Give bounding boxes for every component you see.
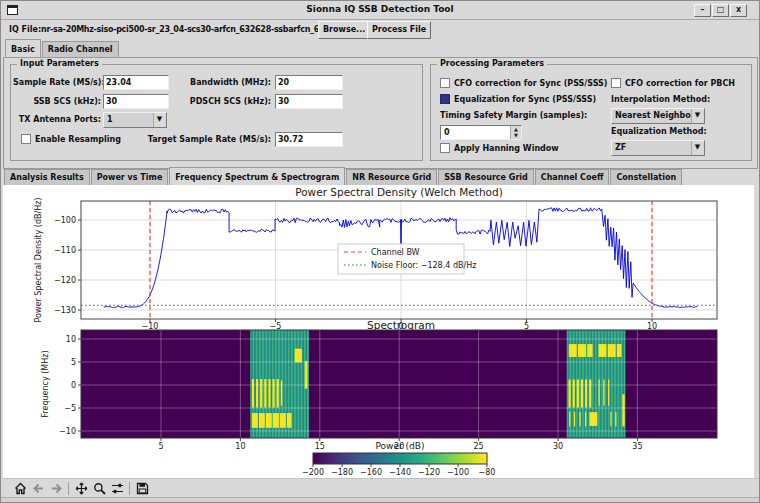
equalization-method-combobox[interactable]: ZF ▼: [611, 140, 705, 156]
checkbox-indicator: [440, 94, 450, 104]
cfo-sync-checkbox[interactable]: CFO correction for Sync (PSS/SSS): [440, 78, 608, 88]
tx-ports-value: 1: [107, 115, 113, 124]
close-button[interactable]: x: [730, 4, 747, 17]
ssb-scs-label: SSB SCS (kHz):: [13, 97, 101, 106]
tab-channel-coeff[interactable]: Channel Coeff: [535, 169, 610, 185]
save-button[interactable]: [133, 481, 151, 497]
svg-text:−5: −5: [64, 404, 76, 413]
checkbox-indicator: [21, 134, 31, 144]
processing-parameters-frame: Processing Parameters CFO correction for…: [430, 64, 752, 161]
window-title: Sionna IQ SSB Detection Tool: [1, 4, 759, 14]
timing-margin-spinbox[interactable]: 0 ▲▼: [440, 125, 522, 140]
interpolation-method-combobox[interactable]: Nearest Neighbor ▼: [611, 108, 705, 124]
sample-rate-input[interactable]: [103, 75, 169, 90]
back-button[interactable]: [29, 481, 47, 497]
svg-text:Noise Floor: −128.4 dB/Hz: Noise Floor: −128.4 dB/Hz: [371, 261, 476, 270]
svg-text:10: 10: [66, 335, 76, 344]
ssb-scs-input[interactable]: [103, 94, 169, 109]
tab-analysis-results[interactable]: Analysis Results: [4, 169, 90, 185]
svg-text:10: 10: [235, 442, 245, 451]
zoom-button[interactable]: [90, 481, 108, 497]
svg-text:25: 25: [474, 442, 484, 451]
svg-text:−130: −130: [54, 306, 76, 315]
colorbar-label: Power (dB): [376, 441, 425, 451]
svg-text:−80: −80: [479, 468, 496, 477]
svg-text:Channel BW: Channel BW: [371, 248, 420, 257]
tab-ssb-resource-grid[interactable]: SSB Resource Grid: [438, 169, 533, 185]
psd-ylabel: Power Spectral Density (dB/Hz): [34, 198, 43, 323]
psd-legend: Channel BWNoise Floor: −128.4 dB/Hz: [338, 244, 476, 274]
chevron-down-icon[interactable]: ▼: [691, 141, 703, 155]
svg-text:−110: −110: [54, 246, 76, 255]
svg-text:5: 5: [158, 442, 163, 451]
svg-text:15: 15: [315, 442, 325, 451]
tab-frequency-spectrum-spectrogram[interactable]: Frequency Spectrum & Spectrogram: [169, 167, 345, 185]
svg-text:30: 30: [553, 442, 563, 451]
processing-parameters-title: Processing Parameters: [437, 59, 547, 68]
process-file-button[interactable]: Process File: [367, 21, 431, 39]
colorbar-ticks: −200−180−160−140−120−100−80: [302, 464, 495, 477]
svg-text:−100: −100: [54, 216, 76, 225]
svg-text:35: 35: [632, 442, 642, 451]
svg-text:−140: −140: [389, 468, 411, 477]
browse-button[interactable]: Browse...: [318, 21, 370, 39]
basic-tab-page: Input Parameters Sample Rate (MS/s): Ban…: [3, 57, 758, 169]
tx-ports-combobox[interactable]: 1 ▼: [103, 112, 167, 128]
bandwidth-input[interactable]: [275, 75, 343, 90]
svg-text:−120: −120: [418, 468, 440, 477]
iq-file-value: nr-sa-20Mhz-siso-pci500-sr_23_04-scs30-a…: [41, 25, 361, 34]
chevron-down-icon[interactable]: ▼: [153, 113, 165, 127]
forward-button[interactable]: [47, 481, 65, 497]
checkbox-indicator: [440, 78, 450, 88]
input-parameters-frame: Input Parameters Sample Rate (MS/s): Ban…: [10, 64, 423, 161]
title-bar: Sionna IQ SSB Detection Tool – □ x: [1, 1, 759, 20]
svg-text:−120: −120: [54, 276, 76, 285]
target-sample-rate-label: Target Sample Rate (MS/s):: [143, 135, 271, 144]
interpolation-method-value: Nearest Neighbor: [615, 111, 695, 120]
plot-canvas[interactable]: −10−50510−100−110−120−130Power Spectral …: [3, 185, 754, 478]
interpolation-method-label: Interpolation Method:: [611, 95, 710, 104]
sample-rate-label: Sample Rate (MS/s):: [13, 78, 101, 87]
colorbar: [313, 453, 487, 464]
timing-margin-label: Timing Safety Margin (samples):: [440, 111, 587, 120]
window-bottom-edge: [1, 497, 760, 503]
pdsch-scs-label: PDSCH SCS (kHz):: [173, 97, 271, 106]
spectrogram-ylabel: Frequency (MHz): [41, 350, 50, 417]
tab-radio-channel[interactable]: Radio Channel: [42, 41, 119, 57]
pdsch-scs-input[interactable]: [275, 94, 343, 109]
home-button[interactable]: [11, 481, 29, 497]
hanning-window-checkbox[interactable]: Apply Hanning Window: [440, 143, 559, 153]
svg-text:−180: −180: [331, 468, 353, 477]
target-sample-rate-input[interactable]: [275, 132, 343, 147]
svg-text:5: 5: [71, 358, 76, 367]
plot-toolbar: [3, 478, 760, 498]
svg-text:−200: −200: [302, 468, 324, 477]
tab-constellation[interactable]: Constellation: [610, 169, 682, 185]
svg-text:−160: −160: [360, 468, 382, 477]
toolbar-separator: [68, 482, 69, 495]
svg-text:0: 0: [71, 381, 76, 390]
bandwidth-label: Bandwidth (MHz):: [173, 78, 271, 87]
checkbox-indicator: [440, 143, 450, 153]
maximize-button[interactable]: □: [712, 4, 729, 17]
enable-resampling-checkbox[interactable]: Enable Resampling: [21, 134, 121, 144]
svg-text:−100: −100: [447, 468, 469, 477]
toolbar-separator: [129, 482, 130, 495]
tab-basic[interactable]: Basic: [5, 39, 41, 57]
spectrogram-title: Spectrogram: [367, 319, 435, 331]
equalization-method-label: Equalization Method:: [611, 127, 707, 136]
configure-subplots-button[interactable]: [108, 481, 126, 497]
pan-button[interactable]: [72, 481, 90, 497]
results-tab-bar: Analysis ResultsPower vs TimeFrequency S…: [4, 169, 683, 185]
svg-text:−10: −10: [59, 427, 76, 436]
iq-file-label: IQ File:: [9, 25, 41, 34]
spinner-arrows-icon[interactable]: ▲▼: [510, 126, 521, 139]
eq-sync-checkbox[interactable]: Equalization for Sync (PSS/SSS): [440, 94, 596, 104]
tab-nr-resource-grid[interactable]: NR Resource Grid: [346, 169, 437, 185]
tab-power-vs-time[interactable]: Power vs Time: [91, 169, 169, 185]
chevron-down-icon[interactable]: ▼: [691, 109, 703, 123]
minimize-button[interactable]: –: [694, 4, 711, 17]
main-tab-bar: BasicRadio Channel: [5, 41, 120, 57]
psd-title: Power Spectral Density (Welch Method): [295, 186, 503, 198]
cfo-pbch-checkbox[interactable]: CFO correction for PBCH: [611, 78, 735, 88]
